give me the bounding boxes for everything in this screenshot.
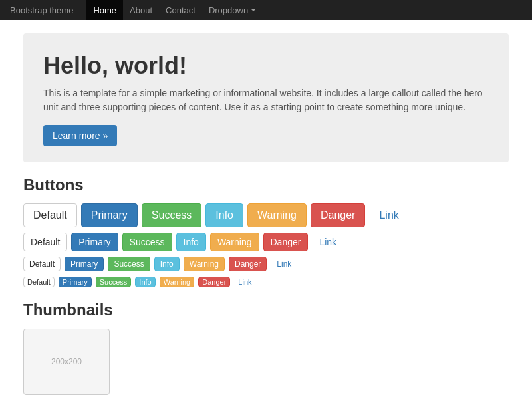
btn-default-sm[interactable]: Default	[23, 257, 61, 271]
dropdown-label: Dropdown	[209, 5, 256, 15]
buttons-section: Buttons Default Primary Success Info War…	[23, 176, 509, 287]
btn-danger-sm[interactable]: Danger	[229, 257, 267, 271]
hero-heading: Hello, world!	[43, 52, 489, 80]
btn-primary-xs[interactable]: Primary	[59, 277, 92, 287]
btn-link-sm[interactable]: Link	[271, 257, 297, 271]
jumbotron: Hello, world! This is a template for a s…	[23, 33, 509, 162]
btn-link-lg[interactable]: Link	[369, 203, 408, 227]
btn-success-lg[interactable]: Success	[142, 203, 201, 227]
btn-info-md[interactable]: Info	[176, 233, 206, 251]
btn-success-xs[interactable]: Success	[96, 277, 132, 287]
btn-info-xs[interactable]: Info	[135, 277, 155, 287]
btn-default-xs[interactable]: Default	[23, 277, 55, 287]
btn-danger-md[interactable]: Danger	[263, 233, 309, 251]
nav-item-dropdown[interactable]: Dropdown	[202, 0, 263, 20]
thumbnail-label: 200x200	[51, 357, 82, 366]
navbar: Bootstrap theme Home About Contact Dropd…	[0, 0, 532, 20]
btn-danger-lg[interactable]: Danger	[311, 203, 365, 227]
nav-item-contact[interactable]: Contact	[159, 0, 202, 20]
btn-warning-md[interactable]: Warning	[210, 233, 259, 251]
btn-link-xs[interactable]: Link	[234, 277, 255, 287]
nav-items: Home About Contact Dropdown	[86, 0, 263, 20]
nav-item-home[interactable]: Home	[86, 0, 123, 20]
btn-success-sm[interactable]: Success	[108, 257, 150, 271]
hero-description: This is a template for a simple marketin…	[43, 86, 489, 114]
caret-icon	[251, 9, 256, 11]
main-container: Hello, world! This is a template for a s…	[13, 20, 519, 399]
nav-item-about[interactable]: About	[123, 0, 159, 20]
button-row-xs: Default Primary Success Info Warning Dan…	[23, 277, 509, 287]
btn-info-sm[interactable]: Info	[154, 257, 180, 271]
btn-warning-sm[interactable]: Warning	[184, 257, 225, 271]
thumbnails-heading: Thumbnails	[23, 301, 509, 319]
btn-success-md[interactable]: Success	[122, 233, 172, 251]
learn-more-button[interactable]: Learn more »	[43, 125, 117, 146]
button-row-lg: Default Primary Success Info Warning Dan…	[23, 203, 509, 227]
btn-primary-lg[interactable]: Primary	[81, 203, 138, 227]
thumbnails-section: Thumbnails 200x200	[23, 301, 509, 395]
btn-default-md[interactable]: Default	[23, 233, 67, 251]
navbar-brand[interactable]: Bootstrap theme	[10, 5, 73, 15]
btn-primary-sm[interactable]: Primary	[65, 257, 104, 271]
buttons-heading: Buttons	[23, 176, 509, 194]
btn-link-md[interactable]: Link	[312, 233, 344, 251]
btn-warning-xs[interactable]: Warning	[160, 277, 195, 287]
btn-default-lg[interactable]: Default	[23, 203, 77, 227]
btn-info-lg[interactable]: Info	[205, 203, 243, 227]
btn-warning-lg[interactable]: Warning	[247, 203, 307, 227]
btn-primary-md[interactable]: Primary	[71, 233, 118, 251]
btn-danger-xs[interactable]: Danger	[198, 277, 230, 287]
button-row-md: Default Primary Success Info Warning Dan…	[23, 233, 509, 251]
thumbnail-item[interactable]: 200x200	[23, 329, 110, 395]
button-row-sm: Default Primary Success Info Warning Dan…	[23, 257, 509, 271]
